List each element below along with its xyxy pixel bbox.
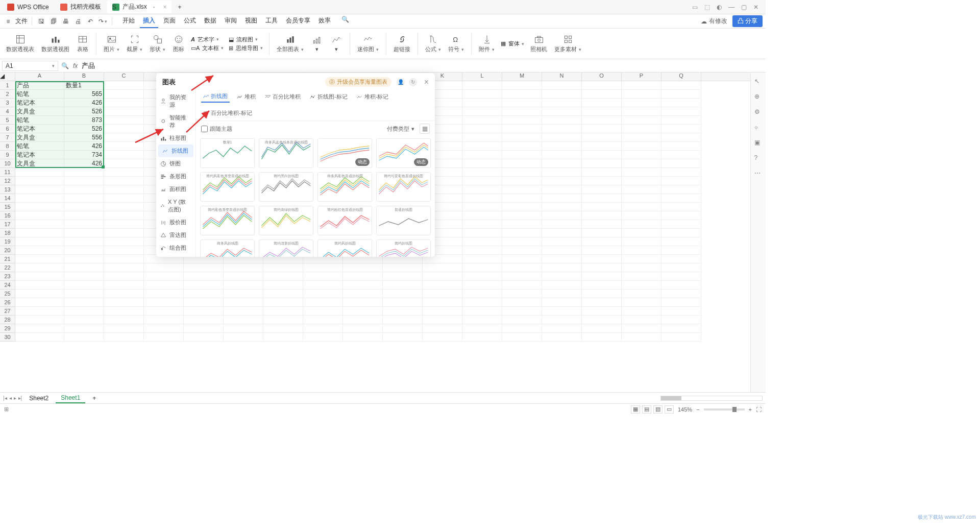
cell[interactable] [224,324,263,333]
cell[interactable] [662,185,701,194]
cell[interactable] [144,289,184,298]
cell[interactable] [502,151,542,159]
cell[interactable] [15,177,64,185]
cell[interactable] [582,151,622,159]
fullscreen-icon[interactable]: ⛶ [756,406,762,413]
cell[interactable] [582,246,622,255]
cell[interactable]: 426 [64,99,104,107]
cell[interactable] [462,81,502,90]
row-header[interactable]: 10 [0,159,15,168]
cell[interactable] [423,263,462,272]
cell[interactable] [622,81,662,90]
cell[interactable] [303,289,343,298]
cell[interactable] [542,316,582,324]
cell[interactable] [542,81,582,90]
cell[interactable] [462,237,502,246]
cell[interactable] [502,203,542,211]
btn-shapes[interactable]: 形状 [148,34,167,53]
cell[interactable] [502,246,542,255]
cell[interactable] [263,298,303,307]
row-header[interactable]: 14 [0,194,15,203]
cell[interactable] [622,255,662,263]
cell[interactable] [582,90,622,99]
menu-tab-page[interactable]: 页面 [160,14,179,28]
cell[interactable] [622,99,662,107]
cell[interactable] [423,298,462,307]
cell[interactable] [662,142,701,151]
cell[interactable] [582,185,622,194]
ctab-stacked-marker[interactable]: 堆积-标记 [355,91,391,103]
cell[interactable] [462,263,502,272]
cell[interactable] [502,263,542,272]
cell[interactable] [622,203,662,211]
btn-form-control[interactable]: ▦窗体 [501,40,524,47]
cell[interactable] [582,289,622,298]
cell[interactable] [622,333,662,342]
cell[interactable] [622,229,662,237]
cell[interactable] [383,272,423,281]
btn-all-charts[interactable]: 全部图表 [275,34,306,53]
row-header[interactable]: 13 [0,185,15,194]
pay-type-filter[interactable]: 付费类型 ▾ [387,125,414,133]
cell[interactable] [184,333,224,342]
chart-thumbnail[interactable]: 简约风彩色渐变普通折线图 [200,172,255,202]
cell[interactable] [144,298,184,307]
col-header[interactable]: P [622,73,662,81]
cell[interactable] [622,211,662,220]
maximize-icon[interactable]: ▢ [740,4,747,11]
cell[interactable]: 铅笔 [15,142,64,151]
cell[interactable] [542,307,582,316]
chart-thumbnail[interactable]: 数量1 [200,138,255,168]
cell[interactable] [582,116,622,125]
view-reading-icon[interactable]: ▭ [665,405,674,414]
cell[interactable] [542,168,582,177]
cell[interactable] [662,107,701,116]
cell[interactable] [582,133,622,142]
select-all-corner[interactable]: ◢ [0,73,15,81]
cell[interactable]: 文具盒 [15,159,64,168]
cell[interactable] [104,185,144,194]
cell[interactable] [542,159,582,168]
print-preview-icon[interactable]: 🗐 [48,16,59,27]
cell[interactable] [383,324,423,333]
cell[interactable] [104,246,144,255]
sheet-nav-next[interactable]: ▸ [14,395,16,401]
col-header[interactable]: B [64,73,104,81]
btn-wordart[interactable]: A艺术字 [191,36,224,43]
sheet-tab-sheet2[interactable]: Sheet2 [24,394,54,403]
cell[interactable] [104,229,144,237]
cell[interactable] [104,159,144,168]
cell[interactable] [462,168,502,177]
cell[interactable] [224,289,263,298]
cell[interactable] [64,185,104,194]
cell[interactable] [104,220,144,229]
cell[interactable] [502,220,542,229]
cell[interactable] [462,298,502,307]
cell[interactable] [462,229,502,237]
cell[interactable] [542,211,582,220]
cell[interactable] [662,324,701,333]
cell[interactable] [502,281,542,289]
cell[interactable] [144,316,184,324]
cell[interactable] [622,125,662,133]
cell[interactable] [502,194,542,203]
cell[interactable] [15,237,64,246]
cell[interactable] [423,281,462,289]
cell[interactable] [542,177,582,185]
cell[interactable] [383,316,423,324]
cell[interactable] [662,298,701,307]
cell[interactable] [64,316,104,324]
cell[interactable] [582,211,622,220]
cell[interactable]: 526 [64,107,104,116]
cell[interactable] [662,203,701,211]
cell[interactable] [542,255,582,263]
cell[interactable] [542,246,582,255]
col-header[interactable]: L [462,73,502,81]
ctab-line[interactable]: 折线图 [201,91,230,103]
cell[interactable] [263,316,303,324]
cell[interactable] [542,237,582,246]
cell[interactable] [622,237,662,246]
cell[interactable] [263,333,303,342]
cell[interactable] [582,203,622,211]
cell[interactable] [303,272,343,281]
